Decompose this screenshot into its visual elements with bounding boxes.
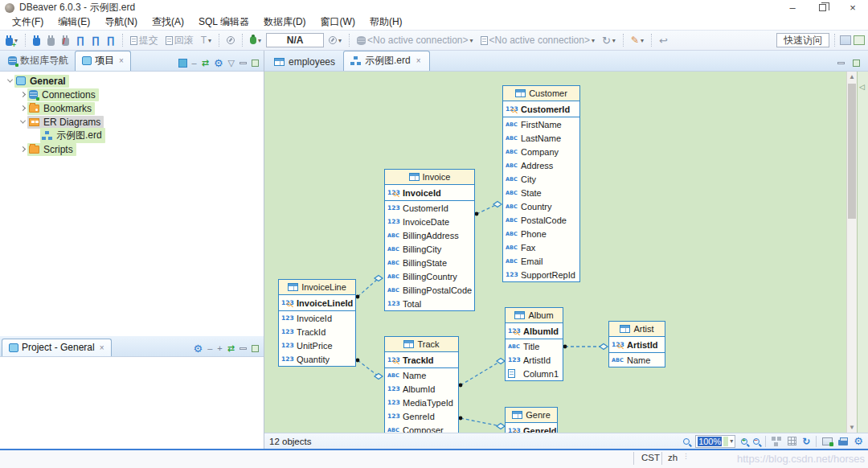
zoom-in-icon[interactable] — [741, 438, 747, 445]
erd-column[interactable]: 123ArtistId — [506, 353, 563, 367]
menu-item-1[interactable]: 编辑(E) — [51, 14, 97, 30]
erd-column[interactable]: 123Total — [385, 297, 474, 310]
erd-table-header[interactable]: Track — [385, 337, 458, 352]
erd-table-genre[interactable]: Genre123GenreId — [505, 407, 558, 433]
erd-column[interactable]: 123UnitPrice — [279, 339, 355, 352]
erd-table-header[interactable]: Artist — [609, 322, 665, 337]
erd-column[interactable]: 123Quantity — [279, 352, 355, 366]
erd-column[interactable]: ABCPhone — [503, 227, 579, 240]
chevron-down-icon[interactable]: ▾ — [612, 37, 616, 44]
erd-column[interactable]: 123AlbumId — [385, 382, 458, 396]
erd-column[interactable]: ABCEmail — [503, 254, 579, 268]
palette-collapse-icon[interactable]: ◁ — [859, 83, 865, 91]
erd-column[interactable]: ABCBillingPostalCode — [385, 283, 474, 297]
collapse-button[interactable]: – — [207, 344, 212, 353]
erd-column[interactable]: ABCFax — [503, 240, 579, 254]
rollback-button[interactable]: 回滚 — [163, 32, 196, 49]
erd-column[interactable]: ABCState — [503, 186, 579, 199]
erd-column[interactable]: ABCLastName — [503, 131, 579, 145]
close-icon[interactable]: × — [119, 56, 124, 65]
collapse-all-button[interactable]: – — [192, 59, 197, 68]
erd-column[interactable]: ABCPostalCode — [503, 213, 579, 227]
menu-item-4[interactable]: SQL 编辑器 — [191, 14, 256, 30]
chevron-right-icon[interactable] — [18, 106, 27, 110]
erd-table-customer[interactable]: Customer123CustomerIdABCFirstNameABCLast… — [502, 85, 580, 282]
erd-column[interactable]: ABCFirstName — [503, 117, 579, 131]
erd-column[interactable]: 123GenreId — [385, 409, 458, 423]
disconnect-button[interactable]: / — [59, 34, 72, 47]
back-navigation-button[interactable]: ↩ — [657, 33, 670, 48]
chevron-right-icon[interactable] — [18, 147, 27, 151]
tree-item-general-folder[interactable]: General — [0, 74, 264, 88]
close-button[interactable]: × — [847, 2, 858, 14]
close-icon[interactable]: × — [100, 343, 104, 352]
erd-column[interactable]: ABCAddress — [503, 158, 579, 172]
erd-column[interactable]: ABCCity — [503, 172, 579, 186]
settings-icon[interactable]: ⚙ — [194, 343, 203, 354]
chevron-down-icon[interactable]: ▾ — [470, 37, 473, 44]
erd-column[interactable]: ABCBillingState — [385, 256, 474, 269]
scroll-down-icon[interactable]: ▼ — [847, 422, 857, 433]
tree-item-er-diagrams[interactable]: ER Diagrams — [0, 115, 264, 129]
view-menu-button[interactable]: ▽ — [228, 59, 235, 68]
chevron-down-icon[interactable]: ▾ — [208, 37, 211, 44]
erd-column[interactable]: ABCBillingCountry — [385, 269, 474, 283]
menu-item-0[interactable]: 文件(F) — [5, 14, 51, 30]
chevron-down-icon[interactable]: ▾ — [641, 37, 644, 44]
erd-column[interactable]: 123CustomerId — [385, 201, 474, 215]
sql-console-button[interactable]: ∏ — [89, 33, 102, 47]
print-icon[interactable] — [838, 440, 848, 445]
tree-item-bookmarks[interactable]: Bookmarks — [0, 101, 264, 115]
erd-table-invoiceline[interactable]: InvoiceLine123InvoiceLineId123InvoiceId1… — [278, 279, 356, 367]
chevron-down-icon[interactable]: ▾ — [730, 437, 733, 445]
sync-button[interactable] — [224, 35, 237, 46]
link-editor-button[interactable] — [178, 59, 187, 68]
erd-column[interactable]: ABCName — [385, 368, 458, 382]
minimize-button[interactable]: – — [787, 2, 798, 14]
erd-table-header[interactable]: InvoiceLine — [279, 280, 355, 295]
erd-column-pk[interactable]: 123ArtistId — [609, 337, 665, 352]
erd-column-pk[interactable]: 123GenreId — [506, 423, 557, 433]
toggle-grid-icon[interactable] — [788, 437, 796, 445]
erd-column-pk[interactable]: 123InvoiceLineId — [279, 295, 355, 310]
erd-column[interactable]: 123InvoiceId — [279, 311, 355, 325]
erd-column-pk[interactable]: 123TrackId — [385, 352, 458, 367]
save-as-image-icon[interactable] — [822, 437, 833, 445]
diagram-settings-icon[interactable]: ⚙ — [854, 436, 863, 446]
erd-column[interactable]: ABCCompany — [503, 145, 579, 158]
editor-tab-0[interactable]: employees — [268, 54, 343, 71]
maximize-panel-button[interactable] — [252, 60, 259, 67]
editor-tab-1[interactable]: 示例图.erd× — [343, 51, 430, 71]
erd-table-header[interactable]: Genre — [506, 408, 557, 423]
vertical-scrollbar[interactable]: ▲ ▼ — [846, 72, 857, 433]
tab-projects[interactable]: 项目 × — [75, 51, 131, 71]
erd-column[interactable]: 123MediaTypeId — [385, 396, 458, 409]
maximize-panel-button[interactable] — [252, 345, 259, 352]
debug-button[interactable]: ▾ — [248, 35, 264, 46]
zoom-combo[interactable]: 100% ▾ — [695, 435, 735, 448]
maximize-editor-button[interactable] — [853, 60, 860, 67]
menu-item-2[interactable]: 导航(N) — [97, 14, 145, 30]
arrange-diagram-icon[interactable] — [772, 437, 776, 441]
connect-button[interactable] — [31, 34, 43, 47]
erd-column[interactable]: ABCBillingAddress — [385, 228, 474, 242]
menu-item-7[interactable]: 帮助(H) — [362, 14, 410, 30]
minimize-editor-button[interactable] — [837, 62, 845, 64]
settings-icon[interactable]: ⚙ — [214, 58, 223, 68]
chevron-down-icon[interactable] — [5, 79, 14, 83]
tree-item-scripts[interactable]: Scripts — [0, 142, 264, 156]
quick-access-box[interactable]: 快速访问 — [776, 33, 829, 47]
erd-column[interactable]: Column1 — [506, 367, 563, 380]
tab-database-navigator[interactable]: 数据库导航 — [2, 51, 75, 71]
erd-table-invoice[interactable]: Invoice123InvoiceId123CustomerId123Invoi… — [384, 169, 475, 311]
chevron-down-icon[interactable]: ▾ — [338, 37, 342, 44]
erd-column[interactable]: 123TrackId — [279, 325, 355, 339]
schema-select-combo[interactable]: <No active connection>▾ — [478, 33, 597, 47]
new-sql-editor-button[interactable]: ∏+ — [104, 33, 117, 47]
commit-button[interactable]: 提交 — [128, 32, 161, 49]
erd-column-pk[interactable]: 123InvoiceId — [385, 185, 474, 200]
erd-table-album[interactable]: Album123AlbumIdABCTitle123ArtistIdColumn… — [505, 307, 563, 381]
chevron-down-icon[interactable]: ▾ — [592, 37, 595, 44]
scrollbar-thumb[interactable] — [848, 84, 856, 219]
erd-column-pk[interactable]: 123AlbumId — [506, 323, 563, 339]
